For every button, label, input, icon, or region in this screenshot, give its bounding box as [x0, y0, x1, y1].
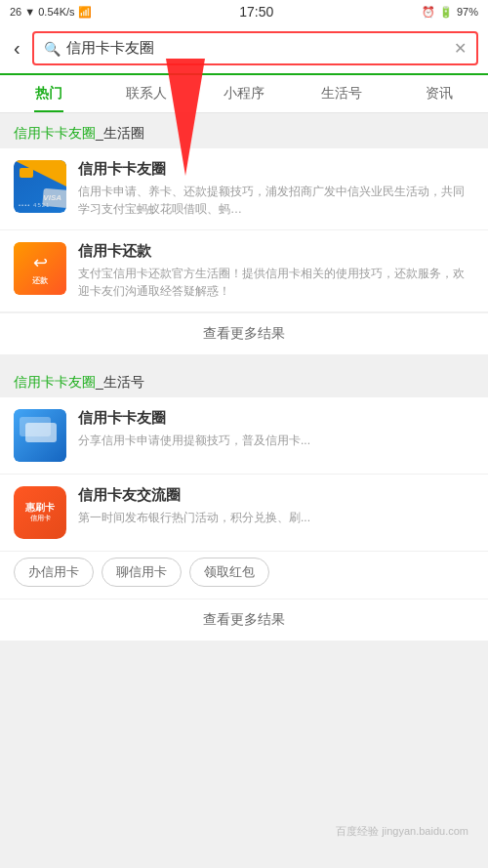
- search-box[interactable]: 🔍 信用卡卡友圈 ✕: [32, 31, 478, 65]
- action-btn-credit[interactable]: 办信用卡: [14, 558, 94, 587]
- battery-icon: 🔋: [439, 6, 453, 19]
- status-left: 26 ▼ 0.54K/s 📶: [10, 6, 92, 19]
- tab-bar: 热门 联系人 小程序 生活号 资讯: [0, 75, 488, 113]
- section2-view-more[interactable]: 查看更多结果: [0, 599, 488, 641]
- search-bar: ‹ 🔍 信用卡卡友圈 ✕: [0, 23, 488, 75]
- result-item-2: ↩ 还款 信用卡还款 支付宝信用卡还款官方生活圈！提供信用卡相关的使用技巧，还款…: [0, 230, 488, 312]
- signal-text: 26 ▼ 0.54K/s: [10, 6, 75, 18]
- section1-view-more[interactable]: 查看更多结果: [0, 312, 488, 354]
- item4-desc: 第一时间发布银行热门活动，积分兑换、刷...: [78, 509, 474, 526]
- item4-icon: 惠刷卡 信用卡: [14, 486, 66, 539]
- wifi-icon: 📶: [78, 6, 92, 19]
- orange-card: ↩ 还款: [14, 242, 66, 295]
- item2-desc: 支付宝信用卡还款官方生活圈！提供信用卡相关的使用技巧，还款服务，欢迎卡友们沟通取…: [78, 265, 474, 300]
- item3-title: 信用卡卡友圈: [78, 409, 474, 428]
- status-bar: 26 ▼ 0.54K/s 📶 17:50 ⏰ 🔋 97%: [0, 0, 488, 23]
- section2-header-suffix: _生活号: [96, 374, 144, 390]
- huishuaka-card: 惠刷卡 信用卡: [14, 486, 66, 539]
- result-item-3: 信用卡卡友圈 分享信用卡申请使用提额技巧，普及信用卡...: [0, 397, 488, 475]
- item2-content: 信用卡还款 支付宝信用卡还款官方生活圈！提供信用卡相关的使用技巧，还款服务，欢迎…: [78, 242, 474, 300]
- item2-icon: ↩ 还款: [14, 242, 66, 295]
- item3-icon: [14, 409, 66, 462]
- watermark: 百度经验 jingyan.baidu.com: [336, 824, 468, 839]
- section2-header: 信用卡卡友圈_生活号: [0, 362, 488, 397]
- search-icon: 🔍: [44, 41, 61, 57]
- item1-icon: VISA •••• 4521: [14, 160, 66, 213]
- section-divider-1: [0, 354, 488, 362]
- result-item-4: 惠刷卡 信用卡 信用卡友交流圈 第一时间发布银行热门活动，积分兑换、刷...: [0, 475, 488, 552]
- action-btn-redpacket[interactable]: 领取红包: [189, 558, 269, 587]
- section1-header-suffix: _生活圈: [96, 125, 144, 141]
- blue-card: [14, 409, 66, 462]
- status-right: ⏰ 🔋 97%: [422, 6, 478, 19]
- section1-header: 信用卡卡友圈_生活圈: [0, 113, 488, 148]
- status-time: 17:50: [239, 4, 273, 20]
- back-button[interactable]: ‹: [10, 37, 24, 60]
- item4-content: 信用卡友交流圈 第一时间发布银行热门活动，积分兑换、刷...: [78, 486, 474, 526]
- action-buttons-row: 办信用卡 聊信用卡 领取红包: [0, 552, 488, 599]
- alarm-icon: ⏰: [422, 6, 435, 19]
- clear-search-button[interactable]: ✕: [454, 39, 467, 58]
- tab-miniapp[interactable]: 小程序: [195, 75, 293, 112]
- item1-title: 信用卡卡友圈: [78, 160, 474, 179]
- item3-desc: 分享信用卡申请使用提额技巧，普及信用卡...: [78, 432, 474, 449]
- battery-text: 97%: [457, 6, 478, 18]
- section2-header-link[interactable]: 信用卡卡友圈: [14, 374, 96, 390]
- section1-card: VISA •••• 4521 信用卡卡友圈 信用卡申请、养卡、还款提额技巧，浦发…: [0, 148, 488, 354]
- item1-content: 信用卡卡友圈 信用卡申请、养卡、还款提额技巧，浦发招商广发中信兴业民生活动，共同…: [78, 160, 474, 218]
- item3-content: 信用卡卡友圈 分享信用卡申请使用提额技巧，普及信用卡...: [78, 409, 474, 449]
- section1-header-link[interactable]: 信用卡卡友圈: [14, 125, 96, 141]
- tab-hot[interactable]: 热门: [0, 75, 98, 112]
- item4-title: 信用卡友交流圈: [78, 486, 474, 505]
- item1-desc: 信用卡申请、养卡、还款提额技巧，浦发招商广发中信兴业民生活动，共同学习支付宝蚂蚁…: [78, 183, 474, 218]
- result-item-1: VISA •••• 4521 信用卡卡友圈 信用卡申请、养卡、还款提额技巧，浦发…: [0, 148, 488, 230]
- item2-title: 信用卡还款: [78, 242, 474, 261]
- tab-lifenumber[interactable]: 生活号: [293, 75, 390, 112]
- action-btn-chat[interactable]: 聊信用卡: [102, 558, 182, 587]
- search-query-text: 信用卡卡友圈: [66, 39, 448, 58]
- tab-news[interactable]: 资讯: [390, 75, 488, 112]
- tab-contacts[interactable]: 联系人: [98, 75, 195, 112]
- section2-card: 信用卡卡友圈 分享信用卡申请使用提额技巧，普及信用卡... 惠刷卡 信用卡 信用…: [0, 397, 488, 641]
